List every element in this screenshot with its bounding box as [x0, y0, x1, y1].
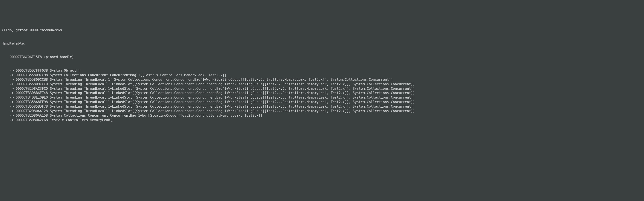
chain-arrow-indent: ->	[2, 114, 16, 117]
chain-separator	[48, 69, 50, 73]
chain-address: 00007FB55809CCE0	[16, 82, 48, 86]
chain-separator	[48, 114, 50, 117]
chain-separator	[48, 91, 50, 95]
chain-entry: -> 00007FB358A8FF98 System.Threading.Thr…	[2, 100, 642, 104]
chain-entry: -> 00007FB55809CCB8 System.Threading.Thr…	[2, 78, 642, 82]
chain-separator	[48, 105, 50, 108]
lldb-prompt-line: (lldb) gcroot 00007fb5d8042c68	[2, 28, 642, 33]
chain-arrow-indent: ->	[2, 100, 16, 104]
chain-arrow-indent: ->	[2, 96, 16, 99]
chain-address: 00007FB358A8FF98	[16, 100, 48, 104]
chain-type: System.Threading.ThreadLocal`1+LinkedSlo…	[50, 82, 415, 86]
chain-separator	[48, 73, 50, 77]
chain-entry: -> 00007FB5D7FFF038 System.Object[]	[2, 68, 642, 73]
chain-arrow-indent: ->	[2, 78, 16, 82]
chain-address: 00007FB5D7FFF038	[16, 69, 48, 73]
chain-address: 00007FB2D8AC3FC0	[16, 87, 48, 91]
chain-type: System.Object[]	[50, 69, 80, 73]
chain-address: 00007FB5D8042C68	[16, 118, 48, 122]
chain-entry: -> 00007FB55809CC98 System.Collections.C…	[2, 73, 642, 78]
chain-entry: -> 00007FB5585BDF78 System.Threading.Thr…	[2, 104, 642, 109]
root-handle-line: 00007FB6C06E15F8 (pinned handle)	[2, 55, 642, 59]
chain-address: 00007FB2D80AA158	[16, 114, 48, 117]
chain-arrow-indent: ->	[2, 69, 16, 73]
chain-arrow-indent: ->	[2, 82, 16, 86]
chain-entry: -> 00007FB55809CCE0 System.Threading.Thr…	[2, 82, 642, 87]
chain-address: 00007FB2D80AA128	[16, 109, 48, 113]
chain-type: System.Collections.Concurrent.Concurrent…	[50, 73, 226, 77]
chain-entry: -> 00007FB5D8042C68 Test2.x.Controllers.…	[2, 118, 642, 122]
chain-arrow-indent: ->	[2, 91, 16, 95]
chain-arrow-indent: ->	[2, 109, 16, 113]
chain-address: 00007FB3D8B6E748	[16, 91, 48, 95]
chain-separator	[48, 100, 50, 104]
chain-separator	[48, 78, 50, 82]
chain-address: 00007FB4D8E109E0	[16, 96, 48, 99]
chain-type: System.Threading.ThreadLocal`1+LinkedSlo…	[50, 100, 415, 104]
handle-table-header: HandleTable:	[2, 41, 642, 46]
chain-type: System.Threading.ThreadLocal`1+LinkedSlo…	[50, 87, 415, 91]
chain-entry: -> 00007FB2D8AC3FC0 System.Threading.Thr…	[2, 87, 642, 91]
chain-type: System.Threading.ThreadLocal`1+LinkedSlo…	[50, 91, 415, 95]
chain-separator	[48, 118, 50, 122]
gc-root-chain: -> 00007FB5D7FFF038 System.Object[] -> 0…	[2, 68, 642, 122]
chain-separator	[48, 109, 50, 113]
chain-entry: -> 00007FB4D8E109E0 System.Threading.Thr…	[2, 95, 642, 100]
chain-arrow-indent: ->	[2, 105, 16, 108]
chain-type: System.Threading.ThreadLocal`1[[System.C…	[50, 78, 393, 82]
chain-address: 00007FB5585BDF78	[16, 105, 48, 108]
chain-type: System.Collections.Concurrent.Concurrent…	[50, 114, 262, 117]
chain-entry: -> 00007FB3D8B6E748 System.Threading.Thr…	[2, 91, 642, 95]
terminal-output: (lldb) gcroot 00007fb5d8042c68 HandleTab…	[2, 19, 642, 127]
chain-type: System.Threading.ThreadLocal`1+LinkedSlo…	[50, 105, 415, 108]
chain-arrow-indent: ->	[2, 73, 16, 77]
chain-arrow-indent: ->	[2, 118, 16, 122]
chain-entry: -> 00007FB2D80AA128 System.Threading.Thr…	[2, 109, 642, 113]
chain-entry: -> 00007FB2D80AA158 System.Collections.C…	[2, 113, 642, 118]
chain-address: 00007FB55809CC98	[16, 73, 48, 77]
chain-address: 00007FB55809CCB8	[16, 78, 48, 82]
chain-separator	[48, 82, 50, 86]
chain-type: System.Threading.ThreadLocal`1+LinkedSlo…	[50, 109, 415, 113]
chain-separator	[48, 96, 50, 99]
chain-separator	[48, 87, 50, 91]
chain-type: Test2.x.Controllers.MemoryLeak[]	[50, 118, 114, 122]
root-indent	[2, 55, 10, 59]
chain-arrow-indent: ->	[2, 87, 16, 91]
root-handle-text: 00007FB6C06E15F8 (pinned handle)	[10, 55, 74, 59]
chain-type: System.Threading.ThreadLocal`1+LinkedSlo…	[50, 96, 415, 99]
